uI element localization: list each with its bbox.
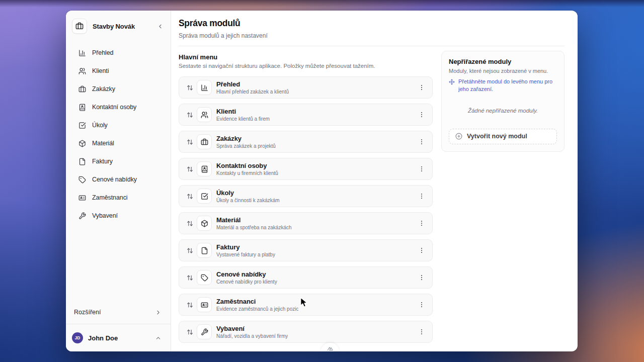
brand-header: Stavby Novák bbox=[66, 11, 171, 40]
kebab-menu-icon[interactable] bbox=[417, 272, 426, 283]
module-row-material[interactable]: Materiál Materiál a spotřeba na zakázkác… bbox=[179, 212, 433, 234]
chevron-up-icon bbox=[155, 335, 162, 341]
sidebar-item-vybaveni[interactable]: Vybavení bbox=[72, 207, 165, 225]
module-list: Přehled Hlavní přehled zakázek a klientů… bbox=[179, 76, 433, 343]
kebab-menu-icon[interactable] bbox=[417, 163, 426, 174]
module-title: Zaměstnanci bbox=[216, 298, 298, 305]
id-card-icon bbox=[197, 297, 212, 312]
sidebar-item-material[interactable]: Materiál bbox=[72, 134, 165, 152]
square-check-icon bbox=[197, 189, 212, 204]
module-row-klienti[interactable]: Klienti Evidence klientů a firem bbox=[179, 104, 433, 126]
kebab-menu-icon[interactable] bbox=[417, 191, 426, 202]
square-check-icon bbox=[78, 122, 87, 129]
module-title: Vybavení bbox=[216, 325, 288, 332]
drag-handle-icon[interactable] bbox=[183, 112, 196, 118]
sidebar-item-faktury[interactable]: Faktury bbox=[72, 152, 165, 170]
section-title: Hlavní menu bbox=[179, 53, 433, 61]
sidebar-item-label: Vybavení bbox=[92, 212, 118, 219]
module-row-vybaveni[interactable]: Vybavení Nářadí, vozidla a vybavení firm… bbox=[179, 321, 433, 343]
panel-description: Moduly, které nejsou zobrazené v menu. bbox=[449, 68, 557, 74]
wrench-icon bbox=[78, 212, 87, 220]
drag-handle-icon[interactable] bbox=[183, 275, 196, 281]
users-icon bbox=[197, 107, 212, 122]
drag-handle-icon[interactable] bbox=[183, 84, 196, 91]
drag-handle-icon[interactable] bbox=[183, 247, 196, 254]
unassigned-section: Nepřiřazené moduly Moduly, které nejsou … bbox=[441, 51, 565, 351]
module-row-faktury[interactable]: Faktury Vystavené faktury a platby bbox=[179, 239, 433, 261]
wrench-icon bbox=[197, 324, 212, 339]
sidebar-item-label: Úkoly bbox=[92, 122, 108, 129]
empty-state-text: Žádné nepřiřazené moduly. bbox=[449, 108, 557, 114]
create-module-button[interactable]: Vytvořit nový modul bbox=[449, 129, 557, 144]
drag-handle-icon[interactable] bbox=[183, 139, 196, 145]
drag-handle-icon[interactable] bbox=[183, 220, 196, 227]
content-area: Hlavní menu Sestavte si navigační strukt… bbox=[171, 46, 578, 351]
module-title: Cenové nabídky bbox=[216, 270, 277, 278]
sidebar-item-label: Přehled bbox=[92, 49, 113, 56]
user-name: John Doe bbox=[88, 334, 150, 342]
chevron-left-icon[interactable] bbox=[157, 23, 164, 30]
module-row-cenove-nabidky[interactable]: Cenové nabídky Cenové nabídky pro klient… bbox=[179, 266, 433, 289]
module-row-zakazky[interactable]: Zakázky Správa zakázek a projektů bbox=[179, 131, 433, 153]
module-row-zamestnanci[interactable]: Zaměstnanci Evidence zaměstnanců a jejic… bbox=[179, 294, 433, 316]
kebab-menu-icon[interactable] bbox=[417, 82, 426, 93]
module-title: Přehled bbox=[216, 80, 289, 88]
module-title: Úkoly bbox=[216, 189, 280, 197]
kebab-menu-icon[interactable] bbox=[417, 326, 426, 337]
briefcase-icon bbox=[197, 134, 212, 149]
drag-handle-icon[interactable] bbox=[183, 166, 196, 172]
page-subtitle: Správa modulů a jejich nastavení bbox=[179, 32, 565, 39]
sidebar-item-zakazky[interactable]: Zakázky bbox=[72, 80, 165, 98]
sidebar-item-label: Cenové nabídky bbox=[92, 176, 137, 183]
kebab-menu-icon[interactable] bbox=[417, 218, 426, 229]
sidebar-item-ukoly[interactable]: Úkoly bbox=[72, 116, 165, 134]
module-title: Materiál bbox=[216, 216, 292, 224]
sidebar-item-label: Faktury bbox=[92, 158, 113, 165]
sidebar-item-label: Zakázky bbox=[92, 85, 115, 93]
brand-name: Stavby Novák bbox=[93, 23, 151, 30]
sidebar-item-klienti[interactable]: Klienti bbox=[72, 62, 165, 80]
briefcase-icon bbox=[78, 85, 87, 93]
kebab-menu-icon[interactable] bbox=[417, 245, 426, 256]
sidebar-item-kontaktni-osoby[interactable]: Kontaktní osoby bbox=[72, 98, 165, 116]
kebab-menu-icon[interactable] bbox=[417, 109, 426, 120]
mountain-icon bbox=[327, 344, 334, 351]
drag-handle-icon[interactable] bbox=[183, 193, 196, 200]
users-icon bbox=[78, 67, 87, 75]
user-menu[interactable]: JD John Doe bbox=[66, 324, 171, 351]
main-content: Správa modulů Správa modulů a jejich nas… bbox=[171, 11, 578, 351]
file-icon bbox=[197, 243, 212, 258]
drag-handle-icon[interactable] bbox=[183, 302, 196, 308]
module-description: Správa zakázek a projektů bbox=[216, 143, 276, 149]
module-title: Kontaktní osoby bbox=[216, 162, 278, 169]
page-header: Správa modulů Správa modulů a jejich nas… bbox=[171, 11, 578, 39]
avatar: JD bbox=[72, 332, 83, 343]
sidebar-item-cenove-nabidky[interactable]: Cenové nabídky bbox=[72, 170, 165, 189]
module-row-ukoly[interactable]: Úkoly Úkoly a činnosti k zakázkám bbox=[179, 185, 433, 207]
module-row-kontaktni-osoby[interactable]: Kontaktní osoby Kontakty u firemních kli… bbox=[179, 158, 433, 180]
kebab-menu-icon[interactable] bbox=[417, 299, 426, 310]
sidebar-item-label: Materiál bbox=[92, 140, 114, 147]
sidebar-item-label: Klienti bbox=[92, 67, 109, 74]
drag-handle-icon[interactable] bbox=[183, 329, 196, 335]
main-menu-section: Hlavní menu Sestavte si navigační strukt… bbox=[179, 53, 433, 351]
sidebar-nav: Přehled Klienti Zakázky Kontaktní osoby … bbox=[66, 40, 171, 225]
move-icon bbox=[449, 79, 455, 85]
sidebar-item-prehled[interactable]: Přehled bbox=[72, 44, 165, 62]
module-title: Klienti bbox=[216, 108, 270, 115]
module-row-prehled[interactable]: Přehled Hlavní přehled zakázek a klientů bbox=[179, 76, 433, 99]
tag-icon bbox=[197, 270, 212, 285]
sidebar-item-zamestnanci[interactable]: Zaměstnanci bbox=[72, 189, 165, 207]
extensions-row[interactable]: Rozšíření bbox=[66, 301, 171, 324]
module-description: Nářadí, vozidla a vybavení firmy bbox=[216, 333, 288, 339]
file-icon bbox=[78, 158, 87, 165]
module-description: Cenové nabídky pro klienty bbox=[216, 279, 277, 285]
plus-circle-icon bbox=[455, 133, 462, 140]
kebab-menu-icon[interactable] bbox=[417, 136, 426, 147]
box-icon bbox=[197, 216, 212, 231]
contact-book-icon bbox=[197, 161, 212, 176]
bar-chart-icon bbox=[78, 49, 87, 57]
extensions-label: Rozšíření bbox=[74, 309, 101, 316]
module-description: Materiál a spotřeba na zakázkách bbox=[216, 225, 292, 230]
chevron-right-icon bbox=[155, 309, 162, 316]
